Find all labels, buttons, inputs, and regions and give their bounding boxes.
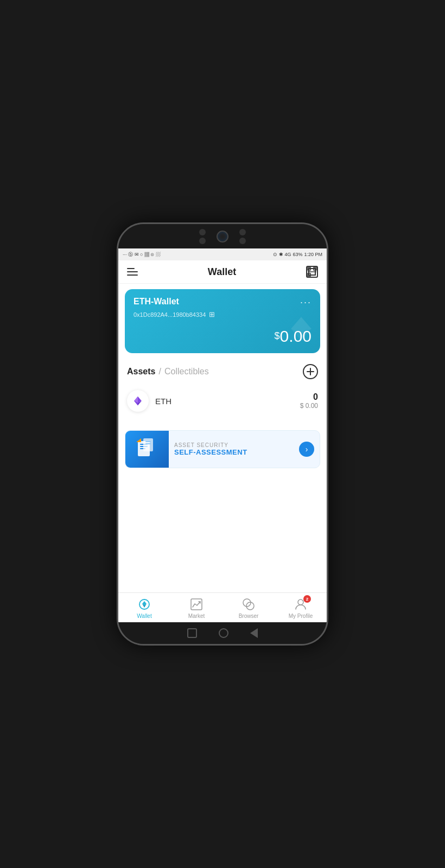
front-camera bbox=[217, 231, 228, 242]
speaker-pair-right bbox=[239, 229, 246, 244]
scan-button[interactable] bbox=[306, 266, 318, 278]
promo-text: ASSET SECURITY SELF-ASSESSMENT bbox=[169, 438, 299, 461]
asset-value: 0 $ 0.00 bbox=[300, 392, 318, 410]
wallet-address-text: 0x1Dc892A4...1980b84334 bbox=[134, 311, 206, 318]
asset-usd: $ 0.00 bbox=[300, 402, 318, 410]
assets-tabs: Assets / Collectibles bbox=[127, 367, 209, 376]
promo-banner[interactable]: ASSET SECURITY SELF-ASSESSMENT › bbox=[125, 430, 320, 468]
phone-frame: ··· ⓑ ✉ ○ ▦ ⊙ ▨ ⊙ ✱ 4G 63% 1:20 PM Walle… bbox=[117, 222, 328, 646]
profile-badge: 2 bbox=[303, 595, 311, 603]
asset-item[interactable]: ETH 0 $ 0.00 bbox=[127, 386, 318, 416]
promo-title: SELF-ASSESSMENT bbox=[174, 448, 294, 456]
asset-symbol: ETH bbox=[155, 397, 300, 406]
wallet-nav-label: Wallet bbox=[137, 613, 151, 619]
svg-point-26 bbox=[246, 602, 254, 610]
wallet-nav-icon bbox=[137, 597, 151, 611]
svg-rect-19 bbox=[145, 443, 151, 444]
chevron-right-icon: › bbox=[306, 445, 308, 454]
wallet-name: ETH-Wallet bbox=[134, 297, 179, 307]
clock: 1:20 PM bbox=[304, 252, 322, 257]
app-header: Wallet bbox=[118, 260, 327, 284]
assets-section: Assets / Collectibles bbox=[118, 359, 327, 422]
speaker-dot-2 bbox=[199, 238, 206, 244]
add-asset-button[interactable] bbox=[303, 364, 318, 379]
plus-icon bbox=[307, 368, 314, 375]
battery-level: 63% bbox=[293, 252, 302, 257]
phone-screen: ··· ⓑ ✉ ○ ▦ ⊙ ▨ ⊙ ✱ 4G 63% 1:20 PM Walle… bbox=[118, 248, 327, 622]
svg-point-25 bbox=[243, 599, 251, 607]
scan-icon bbox=[307, 267, 317, 277]
svg-marker-20 bbox=[136, 438, 141, 442]
bottom-back-button[interactable] bbox=[250, 628, 258, 638]
nav-item-wallet[interactable]: Wallet bbox=[118, 596, 170, 620]
browser-nav-label: Browser bbox=[239, 613, 259, 619]
profile-nav-icon: 2 bbox=[294, 597, 308, 611]
eth-icon-wrap bbox=[127, 390, 149, 412]
status-right-icons: ⊙ ✱ 4G 63% 1:20 PM bbox=[273, 252, 322, 257]
nav-item-browser[interactable]: Browser bbox=[223, 596, 275, 620]
wallet-address-row: 0x1Dc892A4...1980b84334 ⊞ bbox=[134, 310, 312, 318]
phone-top bbox=[118, 224, 327, 248]
status-left-text: ··· ⓑ ✉ ○ ▦ ⊙ ▨ bbox=[123, 251, 161, 258]
status-right-icons-text: ⊙ ✱ 4G bbox=[273, 252, 291, 257]
speaker-dot-1 bbox=[199, 229, 206, 235]
promo-doc-image bbox=[134, 436, 161, 463]
tab-collectibles[interactable]: Collectibles bbox=[164, 367, 209, 376]
svg-rect-17 bbox=[143, 438, 153, 451]
status-left-icons: ··· ⓑ ✉ ○ ▦ ⊙ ▨ bbox=[123, 251, 161, 258]
promo-subtitle: ASSET SECURITY bbox=[174, 442, 294, 448]
hamburger-line-2 bbox=[127, 271, 138, 272]
svg-rect-0 bbox=[308, 267, 310, 270]
qr-icon[interactable]: ⊞ bbox=[209, 310, 215, 318]
asset-amount: 0 bbox=[300, 392, 318, 402]
svg-point-27 bbox=[298, 599, 303, 605]
wallet-icon bbox=[137, 597, 151, 611]
svg-rect-18 bbox=[145, 441, 151, 442]
svg-rect-2 bbox=[308, 273, 310, 276]
market-nav-icon bbox=[189, 597, 204, 611]
bottom-recent-button[interactable] bbox=[187, 628, 197, 638]
speaker-dot-3 bbox=[239, 229, 246, 235]
market-nav-label: Market bbox=[188, 613, 205, 619]
nav-item-market[interactable]: Market bbox=[170, 596, 223, 620]
browser-nav-icon bbox=[241, 597, 256, 611]
wallet-options-button[interactable]: ··· bbox=[300, 297, 312, 308]
profile-icon-wrap: 2 bbox=[294, 597, 308, 611]
status-bar: ··· ⓑ ✉ ○ ▦ ⊙ ▨ ⊙ ✱ 4G 63% 1:20 PM bbox=[118, 248, 327, 260]
wallet-balance: $0.00 bbox=[134, 327, 312, 346]
nav-item-profile[interactable]: 2 My Profile bbox=[275, 596, 327, 620]
assets-header: Assets / Collectibles bbox=[127, 364, 318, 379]
svg-rect-24 bbox=[191, 599, 202, 610]
wallet-card-top: ETH-Wallet ··· bbox=[134, 297, 312, 308]
speaker-dot-4 bbox=[239, 238, 246, 244]
promo-arrow-button[interactable]: › bbox=[299, 442, 314, 457]
bottom-home-button[interactable] bbox=[219, 628, 228, 638]
eth-watermark-icon bbox=[288, 315, 315, 349]
wallet-card[interactable]: ETH-Wallet ··· 0x1Dc892A4...1980b84334 ⊞… bbox=[125, 289, 320, 353]
phone-bottom bbox=[118, 622, 327, 644]
svg-marker-11 bbox=[134, 397, 138, 403]
hamburger-line-1 bbox=[127, 268, 135, 269]
tab-assets[interactable]: Assets bbox=[127, 367, 155, 376]
scroll-content[interactable]: ETH-Wallet ··· 0x1Dc892A4...1980b84334 ⊞… bbox=[118, 284, 327, 592]
eth-logo-icon bbox=[132, 395, 144, 407]
browser-icon bbox=[241, 597, 256, 611]
svg-rect-1 bbox=[314, 267, 316, 270]
currency-symbol: $ bbox=[275, 330, 280, 342]
market-icon bbox=[189, 597, 204, 611]
bottom-navigation: Wallet Market bbox=[118, 592, 327, 622]
menu-button[interactable] bbox=[127, 268, 138, 276]
page-title: Wallet bbox=[208, 266, 236, 278]
promo-image bbox=[125, 431, 169, 468]
tab-divider: / bbox=[158, 367, 161, 376]
speaker-pair bbox=[199, 229, 206, 244]
profile-nav-label: My Profile bbox=[289, 613, 313, 619]
hamburger-line-3 bbox=[127, 275, 138, 276]
